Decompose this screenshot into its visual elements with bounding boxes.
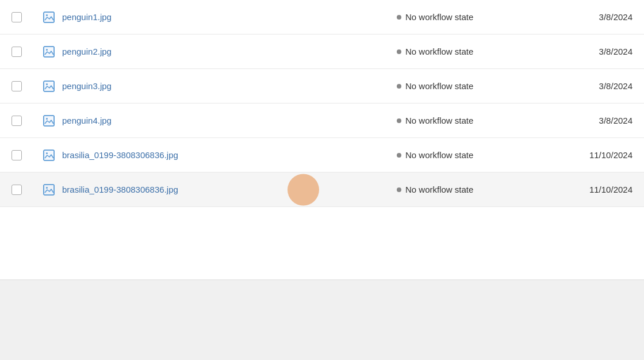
date-cell: 11/10/2024 [558,185,632,194]
row-checkbox[interactable] [12,116,22,126]
checkbox-cell [12,185,40,195]
file-name-link[interactable]: brasilia_0199-3808306836.jpg [62,185,178,194]
svg-rect-13 [44,116,54,126]
table-row: penguin4.jpgNo workflow state3/8/2024 [0,104,644,138]
workflow-label: No workflow state [405,12,473,22]
workflow-status-dot [397,49,401,54]
image-file-icon [40,149,57,162]
svg-point-7 [46,49,48,51]
workflow-status-dot [397,118,401,123]
table-row: brasilia_0199-3808306836.jpgNo workflow … [0,173,644,207]
file-name-link[interactable]: penguin1.jpg [62,12,112,22]
bottom-panel [0,279,644,360]
file-name-link[interactable]: penguin4.jpg [62,116,112,125]
filename-cell: penguin4.jpg [40,114,397,127]
workflow-status-dot [397,187,401,192]
workflow-label: No workflow state [405,81,473,91]
checkbox-cell [12,81,40,91]
checkbox-cell [12,116,40,126]
date-cell: 11/10/2024 [558,150,632,160]
date-cell: 3/8/2024 [558,12,632,22]
workflow-cell: No workflow state [397,185,558,194]
filename-cell: brasilia_0199-3808306836.jpg [40,149,397,162]
checkbox-cell [12,12,40,22]
workflow-label: No workflow state [405,116,473,125]
workflow-label: No workflow state [405,47,473,56]
workflow-cell: No workflow state [397,150,558,160]
svg-point-19 [46,152,48,154]
checkbox-cell [12,150,40,160]
file-name-link[interactable]: penguin3.jpg [62,81,112,91]
svg-rect-5 [44,47,54,57]
filename-cell: penguin3.jpg [40,80,397,93]
svg-point-15 [46,118,48,120]
file-list: penguin1.jpgNo workflow state3/8/2024 pe… [0,0,644,207]
image-file-icon [40,11,57,24]
table-row: penguin2.jpgNo workflow state3/8/2024 [0,35,644,69]
date-cell: 3/8/2024 [558,81,632,91]
date-cell: 3/8/2024 [558,47,632,56]
image-file-icon [40,114,57,127]
workflow-label: No workflow state [405,185,473,194]
svg-rect-21 [44,185,54,195]
row-checkbox[interactable] [12,185,22,195]
svg-point-11 [46,83,48,85]
workflow-status-dot [397,15,401,20]
svg-point-23 [46,187,48,189]
row-checkbox[interactable] [12,81,22,91]
workflow-status-dot [397,84,401,89]
svg-rect-1 [44,12,54,22]
table-row: brasilia_0199-3808306836.jpgNo workflow … [0,138,644,173]
filename-cell: brasilia_0199-3808306836.jpg [40,183,397,196]
workflow-status-dot [397,153,401,158]
filename-cell: penguin2.jpg [40,45,397,58]
table-row: penguin1.jpgNo workflow state3/8/2024 [0,0,644,35]
row-checkbox[interactable] [12,12,22,22]
workflow-label: No workflow state [405,150,473,160]
image-file-icon [40,183,57,196]
table-row: penguin3.jpgNo workflow state3/8/2024 [0,69,644,104]
image-file-icon [40,45,57,58]
svg-point-3 [46,14,48,16]
checkbox-cell [12,47,40,57]
svg-rect-17 [44,150,54,160]
file-name-link[interactable]: penguin2.jpg [62,47,112,56]
date-cell: 3/8/2024 [558,116,632,125]
workflow-cell: No workflow state [397,12,558,22]
filename-cell: penguin1.jpg [40,11,397,24]
row-checkbox[interactable] [12,47,22,57]
file-name-link[interactable]: brasilia_0199-3808306836.jpg [62,150,178,160]
image-file-icon [40,80,57,93]
workflow-cell: No workflow state [397,116,558,125]
workflow-cell: No workflow state [397,81,558,91]
svg-rect-9 [44,81,54,91]
workflow-cell: No workflow state [397,47,558,56]
row-checkbox[interactable] [12,150,22,160]
